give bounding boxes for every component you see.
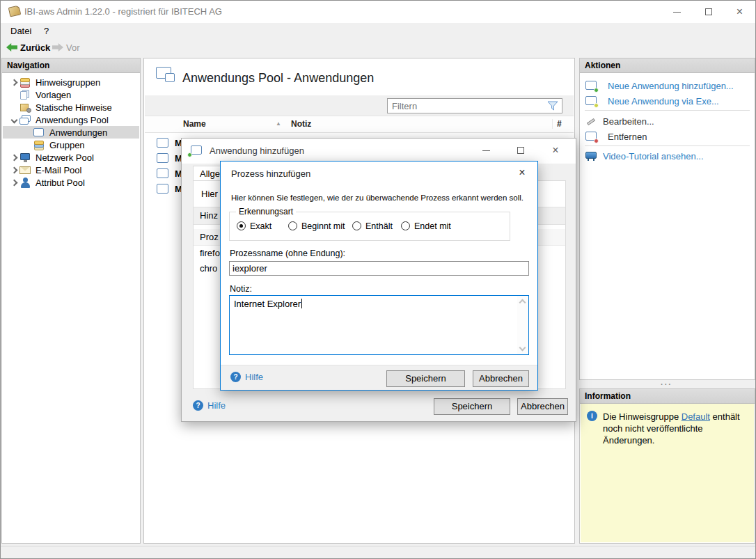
dialog-minimize-button[interactable]	[474, 140, 498, 161]
filter-bar	[145, 95, 574, 116]
window-title: IBI-aws Admin 1.22.0 - registriert für I…	[24, 6, 222, 17]
forward-arrow-icon	[52, 43, 63, 52]
video-tutorial-icon	[585, 151, 597, 161]
close-button[interactable]: ×	[724, 1, 755, 23]
textarea-scrollbar[interactable]	[517, 296, 528, 354]
hinweisgruppen-icon	[19, 77, 31, 88]
scroll-up-icon[interactable]	[519, 299, 526, 306]
column-count[interactable]: #	[552, 119, 562, 129]
edit-pencil-icon	[585, 116, 597, 127]
text-cursor	[301, 299, 302, 308]
detection-type-label: Erkennungsart	[236, 207, 296, 216]
detection-type-group: Erkennungsart Exakt Beginnt mit Enthält …	[229, 212, 510, 241]
netzwerk-pool-icon	[19, 152, 31, 163]
process-cancel-button[interactable]: Abbrechen	[473, 370, 529, 387]
filter-funnel-icon[interactable]	[547, 101, 558, 113]
actions-panel: Aktionen Neue Anwendung hinzufügen... Ne…	[579, 58, 755, 380]
menu-bar: Datei ?	[1, 23, 755, 38]
sidebar-item-email-pool[interactable]: E-Mail Pool	[3, 164, 139, 176]
dialog-maximize-button[interactable]	[509, 140, 533, 161]
action-edit[interactable]: Bearbeiten...	[585, 115, 654, 127]
page-title: Anwendungs Pool - Anwendungen	[182, 71, 374, 86]
remove-application-icon	[585, 132, 597, 142]
application-icon	[157, 168, 168, 178]
add-process-dialog: Prozess hinzufügen × Hier können Sie fes…	[220, 161, 538, 391]
information-message: Die Hinweisgruppe Default enthält noch n…	[603, 411, 750, 446]
menu-datei[interactable]: Datei	[8, 25, 34, 38]
dialog-clipped-text: Hier l	[201, 189, 222, 199]
anwendungen-icon	[33, 127, 45, 138]
applications-header-icon	[156, 67, 177, 85]
forward-button[interactable]: Vor	[52, 40, 80, 54]
back-button[interactable]: Zurück	[6, 40, 50, 54]
default-group-link[interactable]: Default	[682, 411, 710, 422]
process-name-label: Prozessname (ohne Endung):	[230, 249, 345, 258]
sidebar-item-anwendungen[interactable]: Anwendungen	[3, 126, 139, 139]
sidebar-item-attribut-pool[interactable]: Attribut Pool	[3, 176, 139, 189]
panel-splitter[interactable]: ···	[661, 380, 672, 388]
radio-beginnt-mit[interactable]	[288, 221, 297, 230]
title-bar: IBI-aws Admin 1.22.0 - registriert für I…	[1, 1, 755, 23]
statische-hinweise-icon	[19, 102, 31, 113]
action-new-application[interactable]: Neue Anwendung hinzufügen...	[585, 79, 734, 92]
chevron-right-icon[interactable]	[10, 79, 17, 86]
maximize-button[interactable]	[693, 1, 724, 23]
info-icon: i	[587, 411, 597, 421]
dialog-title: Anwendung hinzufügen	[210, 145, 304, 156]
note-label: Notiz:	[230, 284, 252, 294]
chevron-down-icon[interactable]	[10, 116, 17, 123]
information-header: Information	[580, 389, 755, 404]
back-arrow-icon	[6, 43, 17, 52]
dialog-save-button[interactable]: Speichern	[434, 398, 510, 415]
dialog-title-bar: Anwendung hinzufügen ×	[182, 139, 576, 164]
nav-toolbar: Zurück Vor	[1, 38, 755, 56]
action-new-application-exe[interactable]: Neue Anwendung via Exe...	[585, 95, 719, 107]
navigation-header: Navigation	[2, 58, 140, 73]
table-header: Name ▲ Notiz #	[145, 116, 574, 133]
sort-ascending-icon: ▲	[276, 120, 281, 127]
sidebar-item-vorlagen[interactable]: Vorlagen	[3, 88, 139, 101]
process-help-link[interactable]: ? Hilfe	[230, 372, 263, 382]
action-remove[interactable]: Entfernen	[585, 130, 647, 143]
status-bar	[1, 546, 755, 559]
process-dialog-instruction: Hier können Sie festlegen, wie der zu üb…	[231, 194, 523, 202]
action-video-tutorial[interactable]: Video-Tutorial ansehen...	[585, 150, 704, 162]
sidebar-item-hinweisgruppen[interactable]: Hinweisgruppen	[3, 76, 139, 88]
anwendungs-pool-icon	[19, 115, 31, 125]
note-textarea[interactable]: Internet Explorer	[229, 295, 529, 355]
app-window: IBI-aws Admin 1.22.0 - registriert für I…	[0, 0, 756, 559]
process-dialog-footer: ? Hilfe Speichern Abbrechen	[221, 365, 537, 390]
chevron-right-icon[interactable]	[10, 154, 17, 161]
application-icon	[157, 184, 168, 194]
chevron-right-icon[interactable]	[10, 179, 17, 186]
minimize-button[interactable]	[661, 1, 693, 23]
sidebar-item-anwendungs-pool[interactable]: Anwendungs Pool	[3, 113, 139, 126]
radio-endet-mit[interactable]	[401, 221, 410, 230]
sidebar-item-gruppen[interactable]: Gruppen	[3, 139, 139, 151]
navigation-panel: Navigation Hinweisgruppen Vorlagen Stati…	[1, 58, 141, 544]
process-name-input[interactable]	[229, 261, 529, 276]
sidebar-item-statische-hinweise[interactable]: Statische Hinweise	[3, 101, 139, 113]
new-application-exe-icon	[585, 96, 597, 107]
radio-exakt[interactable]	[237, 221, 246, 230]
new-application-icon	[585, 81, 597, 91]
process-save-button[interactable]: Speichern	[386, 370, 465, 387]
divider	[585, 110, 750, 111]
application-icon	[157, 138, 168, 148]
menu-help[interactable]: ?	[41, 25, 52, 38]
dialog-cancel-button[interactable]: Abbrechen	[517, 398, 568, 415]
vorlagen-icon	[19, 90, 31, 100]
scroll-down-icon[interactable]	[519, 345, 526, 352]
column-notiz[interactable]: Notiz	[291, 119, 311, 129]
dialog-close-button[interactable]: ×	[544, 140, 567, 161]
sidebar-item-netzwerk-pool[interactable]: Netzwerk Pool	[3, 151, 139, 164]
email-pool-icon	[19, 165, 31, 175]
radio-enthaelt[interactable]	[352, 221, 361, 230]
column-name[interactable]: Name	[183, 119, 206, 129]
filter-input[interactable]	[387, 98, 562, 113]
application-icon	[157, 153, 168, 163]
app-logo-icon	[8, 5, 22, 17]
dialog-help-link[interactable]: ? Hilfe	[193, 400, 226, 411]
chevron-right-icon[interactable]	[10, 166, 17, 173]
process-dialog-close-button[interactable]: ×	[512, 164, 532, 181]
